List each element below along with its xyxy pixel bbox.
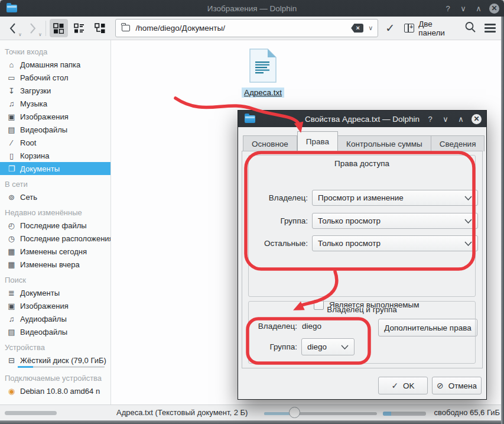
sidebar-item[interactable]: ≣Документы <box>0 286 110 299</box>
sidebar-item[interactable]: ⌂Домашняя папка <box>0 58 110 71</box>
details-view-button[interactable] <box>70 19 89 37</box>
dialog-tab-Сведения[interactable]: Сведения <box>431 135 485 151</box>
sidebar-item[interactable]: ⊚Сеть <box>0 190 110 203</box>
clear-location-icon[interactable]: × <box>351 24 363 33</box>
others-permission-value: Только просмотр <box>318 239 381 248</box>
doc-search-icon: ≣ <box>6 289 17 297</box>
image-icon: ▣ <box>6 302 17 310</box>
sidebar-item-label: Изменены сегодня <box>20 247 87 256</box>
sidebar-item[interactable]: ▦Изменены вчера <box>0 258 110 271</box>
ok-button[interactable]: ✓ OK <box>378 377 428 394</box>
sidebar-item[interactable]: ◉Debian 10.8.0 amd64 n <box>0 384 110 397</box>
sidebar-item-label: Изменены вчера <box>20 260 80 269</box>
group-permission-value: Только просмотр <box>318 216 381 225</box>
others-permission-label: Остальные: <box>249 239 308 248</box>
others-permission-combobox[interactable]: Только просмотр <box>312 235 478 251</box>
sidebar-item-label: Root <box>20 138 36 147</box>
desktop-icon: ▭ <box>6 73 17 82</box>
cancel-button[interactable]: ⊘ Отмена <box>432 377 482 394</box>
dialog-titlebar[interactable]: Свойства Адреса.txt — Dolphin ? ∨ ∧ ✕ <box>238 111 486 127</box>
help-button[interactable]: ? <box>443 4 453 13</box>
root-icon: ∕ <box>6 138 17 147</box>
location-bar[interactable]: /home/diego/Документы/ × ∨ <box>115 19 379 37</box>
group-value: diego <box>307 342 327 351</box>
dialog-tab-Права[interactable]: Права <box>297 131 338 151</box>
cancel-icon: ⊘ <box>437 381 444 390</box>
icons-view-button[interactable] <box>50 19 68 37</box>
sidebar-item[interactable]: ▤Видеофайлы <box>0 325 110 338</box>
dialog-close-button[interactable]: ✕ <box>472 114 482 124</box>
window-right-edge <box>501 17 504 424</box>
dialog-tab-Основное[interactable]: Основное <box>243 135 297 151</box>
sidebar-item[interactable]: ▦Изменены сегодня <box>0 245 110 258</box>
toolbar-separator <box>45 21 46 36</box>
sidebar-item[interactable]: ↧Загрузки <box>0 84 110 97</box>
back-button[interactable]: ∨ <box>3 20 23 37</box>
apply-location-icon[interactable]: ✓ <box>385 21 395 35</box>
sidebar-item-label: Сеть <box>20 193 37 202</box>
properties-dialog: Свойства Адреса.txt — Dolphin ? ∨ ∧ ✕ Ос… <box>238 111 486 399</box>
sidebar-item[interactable]: ▭Рабочий стол <box>0 71 110 84</box>
sidebar-item[interactable]: ∕Root <box>0 136 110 149</box>
menu-button[interactable] <box>485 24 496 33</box>
sidebar-item-label: Жёсткий диск (79,0 ГиБ) <box>20 356 106 365</box>
dialog-tabs: ОсновноеПраваКонтрольные суммыСведения <box>243 131 485 151</box>
sidebar-item[interactable]: ▤Видеофайлы <box>0 123 110 136</box>
calendar-icon: ▦ <box>6 260 17 269</box>
sidebar-section-header: В сети <box>0 175 110 190</box>
tree-view-button[interactable] <box>91 19 109 37</box>
split-view-label: Две панели <box>418 20 461 37</box>
sidebar-item[interactable]: ▣Изображения <box>0 299 110 312</box>
minimize-button[interactable]: ∨ <box>459 4 468 13</box>
location-path[interactable]: /home/diego/Документы/ <box>136 24 352 33</box>
sidebar-item[interactable]: ◷Последние расположения <box>0 232 110 245</box>
sidebar-item-label: Видеофайлы <box>20 125 67 134</box>
sidebar-item[interactable]: ▣Изображения <box>0 110 110 123</box>
places-panel: Точки входа⌂Домашняя папка▭Рабочий стол↧… <box>0 40 111 404</box>
location-dropdown-icon[interactable]: ∨ <box>368 24 373 32</box>
dialog-tab-Контрольные суммы[interactable]: Контрольные суммы <box>338 135 431 151</box>
sidebar-item-label: Последние расположения <box>20 234 111 243</box>
sidebar-item[interactable]: ❐Документы <box>0 162 110 175</box>
zoom-slider-track[interactable] <box>264 412 377 415</box>
sidebar-item[interactable]: ⊟Жёсткий диск (79,0 ГиБ) <box>0 354 110 369</box>
file-name-label[interactable]: Адреса.txt <box>242 88 284 98</box>
video-icon: ▤ <box>6 125 17 134</box>
search-button[interactable] <box>464 21 476 35</box>
sidebar-hscrollbar[interactable] <box>5 411 57 415</box>
back-dropdown-icon[interactable]: ∨ <box>18 32 22 37</box>
forward-dropdown-icon[interactable]: ∨ <box>38 32 42 37</box>
sidebar-item[interactable]: ♫Аудиофайлы <box>0 312 110 325</box>
sidebar-item[interactable]: ♫Музыка <box>0 97 110 110</box>
ok-label: OK <box>403 381 415 390</box>
group-permission-row: Группа: Только просмотр <box>249 213 478 229</box>
sidebar-item-label: Изображения <box>20 302 69 310</box>
trash-icon: ▯ <box>6 151 17 160</box>
owner-permission-label: Владелец: <box>249 193 308 202</box>
video-icon: ▤ <box>6 328 17 336</box>
file-item[interactable]: Адреса.txt <box>240 48 285 98</box>
sidebar-item-label: Рабочий стол <box>20 73 69 82</box>
main-titlebar[interactable]: Изображения — Dolphin ? ∨ ∧ ✕ <box>0 0 504 17</box>
ok-check-icon: ✓ <box>391 381 398 390</box>
access-rights-title: Права доступа <box>249 159 475 168</box>
sidebar-item[interactable]: ◴Последние файлы <box>0 219 110 232</box>
location-folder-icon <box>122 25 130 31</box>
sidebar-section-header: Поиск <box>0 271 110 286</box>
owner-permission-combobox[interactable]: Просмотр и изменение <box>312 190 478 206</box>
owner-permission-value: Просмотр и изменение <box>318 193 404 202</box>
group-combobox[interactable]: diego <box>301 338 355 355</box>
dialog-minimize-button[interactable]: ∨ <box>441 115 450 124</box>
group-permission-combobox[interactable]: Только просмотр <box>312 213 478 229</box>
forward-button[interactable]: ∨ <box>23 20 43 37</box>
chevron-down-icon <box>341 345 349 349</box>
dialog-maximize-button[interactable]: ∧ <box>456 115 466 124</box>
dialog-help-button[interactable]: ? <box>425 115 435 124</box>
text-file-icon <box>249 48 277 83</box>
close-button[interactable]: ✕ <box>489 4 499 14</box>
split-view-button[interactable]: Две панели <box>401 17 464 40</box>
sidebar-item[interactable]: ▯Корзина <box>0 149 110 162</box>
maximize-button[interactable]: ∧ <box>474 4 483 13</box>
zoom-slider-handle[interactable] <box>289 407 300 418</box>
main-toolbar: ∨ ∨ <box>0 17 504 40</box>
